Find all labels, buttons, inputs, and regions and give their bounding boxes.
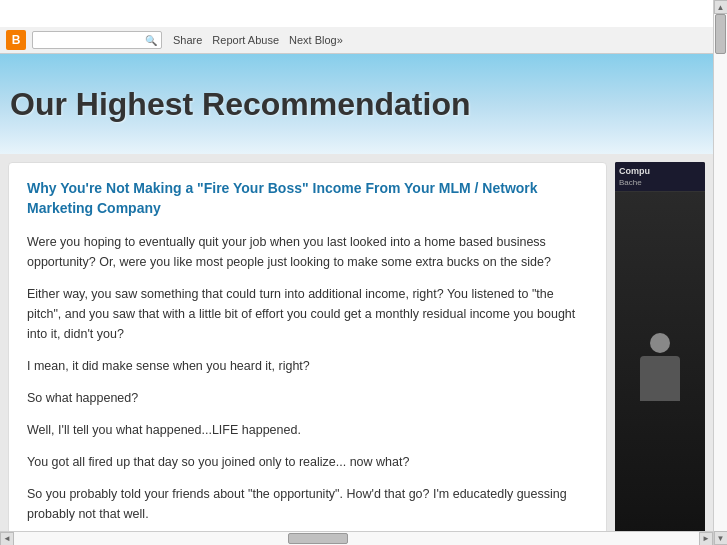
sidebar: Compu Bache (615, 162, 705, 531)
sidebar-content: Compu Bache (615, 162, 705, 531)
person-figure (630, 333, 690, 413)
sidebar-image-area (615, 192, 705, 531)
article-body: Were you hoping to eventually quit your … (27, 232, 588, 524)
navbar: B 🔍 Share Report Abuse Next Blog» (0, 27, 713, 54)
article-paragraph-4: So what happened? (27, 388, 588, 408)
search-input[interactable] (37, 34, 145, 46)
scrollbar-thumb[interactable] (715, 14, 726, 54)
person-head (650, 333, 670, 353)
site-title: Our Highest Recommendation (10, 86, 471, 123)
article-paragraph-5: Well, I'll tell you what happened...LIFE… (27, 420, 588, 440)
article-paragraph-1: Were you hoping to eventually quit your … (27, 232, 588, 272)
content-body: Why You're Not Making a "Fire Your Boss"… (0, 154, 713, 531)
article-paragraph-3: I mean, it did make sense when you heard… (27, 356, 588, 376)
article-title: Why You're Not Making a "Fire Your Boss"… (27, 179, 588, 218)
h-scrollbar-thumb[interactable] (288, 533, 348, 544)
main-content: B 🔍 Share Report Abuse Next Blog» Our Hi… (0, 27, 713, 531)
horizontal-scrollbar[interactable]: ◄ ► (0, 531, 713, 545)
blogger-logo: B (6, 30, 26, 50)
h-scrollbar-track (14, 532, 699, 545)
vertical-scrollbar[interactable]: ▲ ▼ (713, 0, 727, 545)
sidebar-block-title: Compu (619, 166, 701, 176)
sidebar-block-sub: Bache (619, 178, 701, 187)
search-box[interactable]: 🔍 (32, 31, 162, 49)
scroll-down-button[interactable]: ▼ (714, 531, 728, 545)
scroll-left-button[interactable]: ◄ (0, 532, 14, 546)
share-link[interactable]: Share (168, 34, 207, 46)
nav-links: Share Report Abuse Next Blog» (168, 34, 348, 46)
report-abuse-link[interactable]: Report Abuse (207, 34, 284, 46)
article-area: Why You're Not Making a "Fire Your Boss"… (8, 162, 607, 531)
search-icon: 🔍 (145, 35, 157, 46)
scroll-right-button[interactable]: ► (699, 532, 713, 546)
person-body (640, 356, 680, 401)
site-header: Our Highest Recommendation (0, 54, 713, 154)
article-paragraph-6: You got all fired up that day so you joi… (27, 452, 588, 472)
scrollbar-track (714, 14, 727, 531)
article-paragraph-2: Either way, you saw something that could… (27, 284, 588, 344)
sidebar-block-1[interactable]: Compu Bache (615, 162, 705, 192)
next-blog-link[interactable]: Next Blog» (284, 34, 348, 46)
scroll-up-button[interactable]: ▲ (714, 0, 728, 14)
article-paragraph-7: So you probably told your friends about … (27, 484, 588, 524)
